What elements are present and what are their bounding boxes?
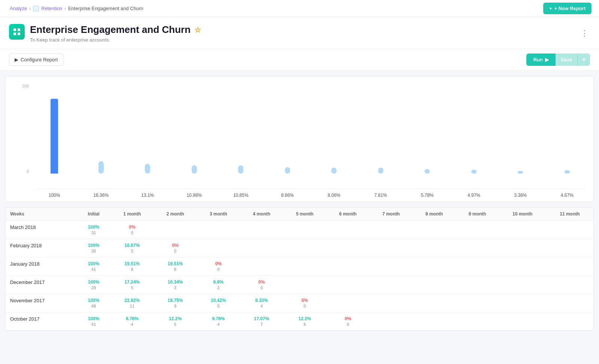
new-report-button[interactable]: + + New Report bbox=[543, 3, 592, 14]
bar-0[interactable] bbox=[51, 99, 58, 174]
table-row: February 2018100%3016.67%50%0 bbox=[6, 239, 593, 257]
pct-cell-7: 7.81% bbox=[362, 193, 400, 198]
bar-9[interactable] bbox=[471, 170, 477, 174]
run-button[interactable]: Run ▶ bbox=[526, 53, 555, 66]
cell-0-10 bbox=[499, 221, 546, 239]
row-label-2: January 2018 bbox=[6, 257, 77, 276]
cell-4-8 bbox=[413, 294, 456, 312]
bar-group-3 bbox=[176, 99, 213, 174]
grid-icon bbox=[12, 27, 21, 36]
th-0: Weeks bbox=[6, 208, 77, 221]
th-7: 6 month bbox=[326, 208, 370, 221]
bar-group-11 bbox=[548, 99, 586, 174]
save-dropdown-button[interactable]: ▼ bbox=[577, 53, 590, 66]
th-5: 4 month bbox=[240, 208, 283, 221]
bar-group-9 bbox=[455, 99, 493, 174]
th-8: 7 month bbox=[370, 208, 413, 221]
bar-group-4 bbox=[222, 99, 260, 174]
save-button[interactable]: Save bbox=[556, 53, 577, 66]
bar-wrapper-7 bbox=[378, 99, 383, 174]
cell-3-0: 100%29 bbox=[77, 276, 110, 294]
run-label: Run bbox=[533, 57, 542, 62]
row-label-1: February 2018 bbox=[6, 239, 77, 257]
cell-5-9 bbox=[456, 312, 499, 331]
pct-cell-9: 4.97% bbox=[455, 193, 493, 198]
cell-0-0: 100%31 bbox=[77, 221, 110, 239]
toolbar: ▶ Configure Report Run ▶ Save ▼ bbox=[0, 49, 599, 71]
page-title: Enterprise Engagement and Churn ☆ bbox=[30, 24, 201, 36]
th-1: Initial bbox=[77, 208, 110, 221]
cell-1-3 bbox=[197, 239, 240, 257]
table-row: January 2018100%4119.51%819.51%80%0 bbox=[6, 257, 593, 276]
top-nav: Analyze › Retention › Enterprise Engagem… bbox=[0, 0, 599, 17]
cell-3-10 bbox=[499, 276, 546, 294]
cell-0-4 bbox=[240, 221, 283, 239]
pct-cell-10: 3.36% bbox=[502, 193, 539, 198]
bar-4[interactable] bbox=[238, 165, 243, 174]
configure-report-button[interactable]: ▶ Configure Report bbox=[9, 53, 63, 66]
cell-2-3: 0%0 bbox=[197, 257, 240, 276]
save-label: Save bbox=[561, 57, 572, 62]
svg-rect-0 bbox=[13, 28, 16, 31]
row-label-5: October 2017 bbox=[6, 312, 77, 331]
bar-wrapper-11 bbox=[565, 99, 570, 174]
bar-11[interactable] bbox=[565, 170, 570, 174]
cell-3-7 bbox=[370, 276, 413, 294]
row-label-0: March 2018 bbox=[6, 221, 77, 239]
cell-0-2 bbox=[154, 221, 197, 239]
y-axis: 100 0 bbox=[13, 84, 32, 174]
cell-3-4: 0%0 bbox=[240, 276, 283, 294]
breadcrumb-sep-1: › bbox=[29, 6, 31, 11]
bar-6[interactable] bbox=[331, 168, 337, 174]
th-2: 1 month bbox=[110, 208, 153, 221]
page-header: Enterprise Engagement and Churn ☆ To Kee… bbox=[0, 17, 599, 49]
table-body: March 2018100%310%0February 2018100%3016… bbox=[6, 221, 593, 331]
pct-cell-3: 10.98% bbox=[176, 193, 213, 198]
bar-3[interactable] bbox=[192, 165, 197, 174]
bar-2[interactable] bbox=[145, 164, 150, 174]
cell-2-11 bbox=[546, 257, 593, 276]
cell-4-6 bbox=[326, 294, 370, 312]
chart-area: 100 0 bbox=[13, 84, 586, 189]
bar-5[interactable] bbox=[285, 167, 290, 174]
cell-4-10 bbox=[499, 294, 546, 312]
th-4: 3 month bbox=[197, 208, 240, 221]
y-label-0: 0 bbox=[27, 169, 29, 174]
bar-8[interactable] bbox=[425, 169, 430, 174]
pct-cell-8: 5.78% bbox=[408, 193, 446, 198]
cell-0-11 bbox=[546, 221, 593, 239]
favorite-star-icon[interactable]: ☆ bbox=[194, 25, 201, 34]
breadcrumb-sep-2: › bbox=[64, 6, 66, 11]
bar-1[interactable] bbox=[98, 161, 104, 174]
table-row: December 2017100%2917.24%510.34%36.9%20%… bbox=[6, 276, 593, 294]
page-title-text: Enterprise Engagement and Churn bbox=[30, 24, 191, 36]
page-subtitle: To Keep track of enterprise accounts bbox=[30, 37, 201, 43]
bar-group-10 bbox=[502, 99, 539, 174]
more-options-icon[interactable]: ⋮ bbox=[579, 27, 590, 40]
cell-4-1: 22.92%11 bbox=[110, 294, 153, 312]
cell-5-2: 12.2%5 bbox=[154, 312, 197, 331]
page-icon bbox=[9, 24, 25, 40]
bar-group-1 bbox=[82, 99, 120, 174]
cell-5-0: 100%41 bbox=[77, 312, 110, 331]
cell-0-6 bbox=[326, 221, 370, 239]
pct-row: 100%16.36%13.1%10.98%10.85%8.66%8.06%7.8… bbox=[36, 189, 586, 202]
cell-1-4 bbox=[240, 239, 283, 257]
pct-cell-5: 8.66% bbox=[269, 193, 307, 198]
cell-5-8 bbox=[413, 312, 456, 331]
cell-0-5 bbox=[283, 221, 326, 239]
bar-7[interactable] bbox=[378, 168, 383, 174]
pct-cell-4: 10.85% bbox=[222, 193, 260, 198]
cell-1-8 bbox=[413, 239, 456, 257]
page-title-block: Enterprise Engagement and Churn ☆ To Kee… bbox=[30, 24, 201, 43]
cell-3-8 bbox=[413, 276, 456, 294]
row-label-4: November 2017 bbox=[6, 294, 77, 312]
analyze-link[interactable]: Analyze bbox=[10, 6, 27, 11]
bars-container bbox=[36, 84, 586, 174]
bar-wrapper-10 bbox=[518, 99, 523, 174]
table-row: October 2017100%419.76%412.2%59.76%417.0… bbox=[6, 312, 593, 331]
bar-10[interactable] bbox=[518, 171, 523, 174]
table-row: March 2018100%310%0 bbox=[6, 221, 593, 239]
retention-link[interactable]: Retention bbox=[41, 6, 62, 11]
svg-rect-3 bbox=[18, 33, 20, 35]
